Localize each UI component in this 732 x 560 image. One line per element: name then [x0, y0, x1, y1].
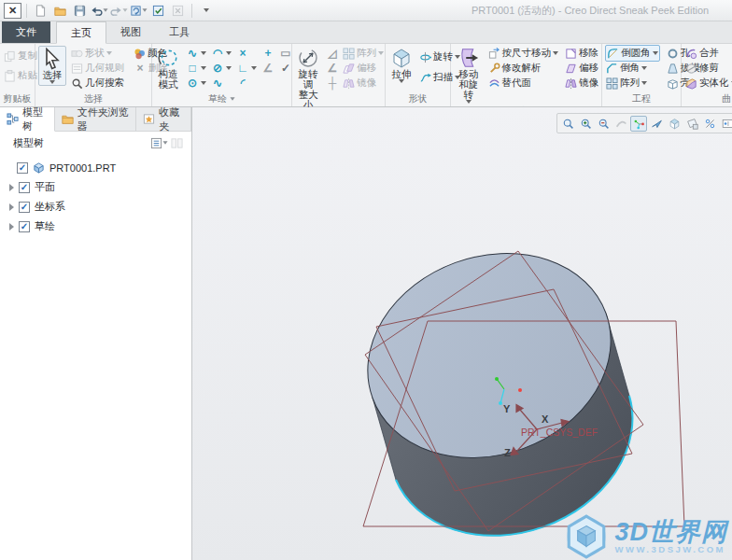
sketch-rectangle-tool-button[interactable]: ▭ [278, 46, 293, 61]
construction-mode-button[interactable]: 构造模式 [155, 46, 181, 91]
sketch-ellipse-button[interactable]: ⊘ [210, 61, 232, 76]
regenerate-button[interactable] [130, 2, 148, 19]
tab-home[interactable]: 主页 [56, 21, 106, 44]
sketch-chamfer-button[interactable]: ∠ [260, 61, 275, 76]
tree-row-planes[interactable]: ✓ 平面 [0, 177, 191, 197]
tree-columns-button[interactable] [168, 134, 186, 151]
tab-model-tree[interactable]: 模型树 [0, 107, 55, 132]
sketch-fillet-button[interactable]: ∟ [235, 61, 258, 76]
move-by-dimension-button[interactable]: 按尺寸移动 [487, 46, 560, 61]
repaint-button[interactable] [612, 116, 629, 132]
expand-arrow-icon[interactable] [9, 223, 14, 231]
merge-button[interactable]: 合并 [684, 46, 732, 61]
ribbon-tab-bar: 文件 主页 视图 工具 [0, 21, 732, 44]
model-tree-icon [7, 113, 19, 125]
sketch-spline-button[interactable]: ∿ [210, 76, 232, 91]
wrench-icon [488, 63, 500, 75]
spin-center-button[interactable] [630, 116, 647, 132]
tab-folder-browser[interactable]: 文件夹浏览器 [55, 107, 137, 131]
tree-row-sketch[interactable]: ✓ 草绘 [0, 217, 191, 236]
sketch-mirror-button[interactable]: 镜像 [342, 76, 385, 91]
shapes-filter-button[interactable]: 形状 [70, 46, 125, 61]
sketch-arc-button[interactable]: ◠ [210, 46, 232, 61]
save-button[interactable] [71, 2, 89, 19]
geometry-search-button[interactable]: 几何搜索 [70, 76, 125, 91]
new-file-button[interactable] [32, 2, 49, 19]
sketch-corner-button[interactable]: ◿ [325, 46, 340, 61]
checkbox-checked[interactable]: ✓ [19, 221, 30, 232]
datum-display-filter-button[interactable] [701, 116, 718, 132]
copy-button[interactable]: 复制 [3, 49, 38, 63]
sketch-offset-button[interactable]: 偏移 [342, 61, 385, 76]
checkbox-checked[interactable]: ✓ [19, 202, 30, 213]
group-label-surface: 曲 [682, 92, 732, 106]
remove-button[interactable]: 移除 [564, 46, 599, 61]
tab-favorites[interactable]: 收藏夹 [136, 107, 191, 131]
solidify-button[interactable]: 实体化 [684, 76, 732, 91]
open-file-button[interactable] [51, 2, 69, 19]
expand-arrow-icon[interactable] [9, 203, 14, 211]
sketch-pattern-button[interactable]: 阵列 [342, 46, 385, 61]
geometry-rules-button[interactable]: 几何规则 [70, 61, 125, 76]
rotate-resize-icon [297, 47, 319, 69]
sketch-line-button[interactable]: ∿ [185, 46, 207, 61]
ribbon-group-select: 选择 形状 颜色 几何规则 ×删除 几何搜索 选择 [35, 44, 152, 106]
3d-viewport[interactable]: X Y Z PRT_CSYS_DEF [192, 107, 732, 560]
move-rotate-button[interactable]: 移动和旋转 [454, 46, 484, 105]
sketch-delete-segment-button[interactable]: × [235, 46, 258, 61]
tab-view[interactable]: 视图 [106, 21, 155, 43]
view-manager-button[interactable] [683, 116, 700, 132]
replace-face-button[interactable]: 替代面 [487, 76, 560, 91]
tab-tools[interactable]: 工具 [155, 21, 204, 43]
tree-row-csys[interactable]: ✓ 坐标系 [0, 197, 191, 217]
validate-window-button[interactable] [149, 2, 167, 19]
csys-label[interactable]: PRT_CSYS_DEF [521, 427, 598, 438]
close-window-button[interactable] [169, 2, 187, 19]
extrude-button[interactable]: 拉伸 [388, 46, 415, 84]
display-style-button[interactable] [719, 116, 732, 132]
checkbox-checked[interactable]: ✓ [19, 182, 30, 193]
zoom-in-button[interactable] [577, 116, 594, 132]
favorites-icon [143, 113, 155, 125]
round-icon [607, 48, 619, 60]
redo-button[interactable] [110, 2, 128, 19]
magnifier-icon [562, 118, 574, 130]
modify-analytic-button[interactable]: 修改解析 [487, 61, 560, 76]
axis-x-label: X [542, 413, 549, 425]
model-tree-title: 模型树 [13, 136, 44, 150]
spin-center-icon [633, 118, 645, 130]
sketch-conic-button[interactable]: ◜ [235, 76, 258, 91]
extrude-cube-icon [390, 47, 413, 69]
rotate-resize-button[interactable]: 旋转调 整大小 [295, 46, 321, 111]
sketch-divide-button[interactable]: ∠ [325, 61, 340, 76]
undo-button[interactable] [91, 2, 108, 19]
tree-settings-button[interactable] [150, 134, 168, 151]
fly-through-button[interactable] [648, 116, 665, 132]
mirror-button[interactable]: 镜像 [564, 76, 599, 91]
sketch-circle-button[interactable]: ⊙ [185, 76, 207, 91]
paste-button[interactable]: 粘贴 [3, 68, 38, 83]
chamfer-icon [606, 63, 618, 75]
expand-arrow-icon[interactable] [9, 184, 14, 191]
offset-button[interactable]: 偏移 [564, 61, 599, 76]
chamfer-button[interactable]: 倒角 [605, 61, 660, 76]
saved-orientations-button[interactable] [666, 116, 683, 132]
zoom-out-button[interactable] [595, 116, 612, 132]
graphics-area[interactable]: X Y Z PRT_CSYS_DEF 3D世界网 WWW.3DSJW.COM [192, 107, 732, 560]
sketch-point-button[interactable]: + [260, 46, 275, 61]
trim-button[interactable]: 修剪 [684, 61, 732, 76]
tree-row-root[interactable]: ✓ PRT0001.PRT [0, 158, 191, 177]
folder-icon [62, 113, 74, 125]
tab-file[interactable]: 文件 [2, 21, 50, 43]
sketch-align-button[interactable]: ┼ [325, 76, 340, 91]
sketch-rect-button[interactable]: □ [185, 61, 207, 76]
customize-quick-access-button[interactable] [197, 2, 215, 19]
pattern-button[interactable]: 阵列 [605, 76, 660, 91]
checkbox-checked[interactable]: ✓ [17, 162, 28, 174]
select-button[interactable]: 选择 [38, 46, 66, 86]
zoom-region-button[interactable] [559, 116, 576, 132]
round-button[interactable]: 倒圆角 [605, 45, 660, 62]
main-area: 模型树 文件夹浏览器 收藏夹 模型树 ✓ PRT0001.PRT [0, 107, 732, 560]
sketch-accept-button[interactable]: ✓ [278, 61, 293, 76]
shell-icon [667, 77, 679, 90]
